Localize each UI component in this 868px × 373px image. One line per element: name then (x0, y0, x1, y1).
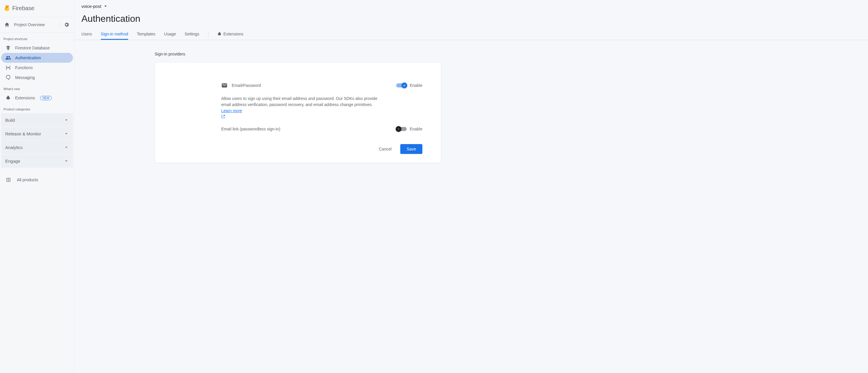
all-products-label: All products (17, 177, 38, 182)
tab-label: Users (82, 32, 92, 36)
extensions-icon (5, 95, 11, 101)
project-overview-label: Project Overview (14, 22, 45, 27)
brand-header[interactable]: Firebase (0, 0, 74, 17)
category-build[interactable]: Build (1, 113, 73, 127)
nav-label: Firestore Database (15, 45, 50, 50)
categories-heading: Product categories (0, 103, 74, 113)
sidebar-item-extensions[interactable]: Extensions NEW (1, 93, 73, 103)
description-text: Allow users to sign up using their email… (221, 96, 377, 107)
open-in-new-icon (221, 114, 378, 118)
firebase-logo-icon (3, 4, 10, 12)
email-icon (221, 82, 227, 89)
nav-label: Extensions (15, 96, 35, 100)
project-overview-row: Project Overview (0, 17, 74, 33)
cancel-button[interactable]: Cancel (375, 144, 395, 154)
tab-label: Sign-in method (101, 32, 128, 36)
provider-title: Email/Password (221, 82, 261, 89)
svg-rect-9 (6, 181, 7, 182)
save-button[interactable]: Save (400, 144, 422, 154)
svg-rect-6 (6, 179, 7, 180)
tab-templates[interactable]: Templates (137, 29, 156, 40)
svg-rect-12 (398, 129, 400, 129)
grid-icon (6, 177, 11, 182)
functions-icon (5, 65, 11, 70)
dropdown-arrow-icon (103, 3, 108, 9)
category-engage[interactable]: Engage (1, 154, 73, 168)
tab-sign-in-method[interactable]: Sign-in method (101, 29, 128, 40)
svg-rect-11 (9, 181, 10, 182)
messaging-icon (5, 75, 11, 80)
card-actions: Cancel Save (221, 144, 422, 154)
tab-users[interactable]: Users (82, 29, 92, 40)
tab-separator (208, 31, 209, 38)
email-link-label: Email link (passwordless sign-in) (221, 127, 280, 131)
main-content: voice-post Authentication Users Sign-in … (74, 0, 868, 373)
tabs: Users Sign-in method Templates Usage Set… (74, 29, 868, 40)
tab-label: Usage (164, 32, 176, 36)
chevron-down-icon (64, 158, 69, 164)
page-title: Authentication (74, 12, 868, 24)
sidebar: Firebase Project Overview Project shortc… (0, 0, 74, 373)
provider-header-row: Email/Password Enable (221, 82, 422, 89)
email-link-row: Email link (passwordless sign-in) Enable (221, 127, 422, 131)
sidebar-item-authentication[interactable]: Authentication (1, 53, 73, 63)
svg-rect-5 (9, 178, 10, 179)
svg-rect-7 (8, 179, 9, 180)
nav-label: Authentication (15, 56, 41, 60)
project-name: voice-post (82, 4, 101, 9)
category-label: Build (5, 117, 15, 123)
toggle-knob (396, 126, 401, 132)
category-release-monitor[interactable]: Release & Monitor (1, 127, 73, 140)
tab-label: Extensions (223, 32, 243, 36)
tab-settings[interactable]: Settings (185, 29, 199, 40)
chevron-down-icon (64, 117, 69, 123)
tab-label: Settings (185, 32, 199, 36)
tab-label: Templates (137, 32, 156, 36)
settings-gear-button[interactable] (62, 20, 71, 29)
toggle-knob (401, 82, 407, 88)
provider-card: Email/Password Enable Allow users to sig… (155, 62, 441, 163)
gear-icon (64, 22, 69, 28)
email-link-toggle[interactable] (396, 127, 407, 131)
svg-rect-3 (6, 178, 7, 179)
email-password-toggle[interactable] (396, 83, 407, 88)
category-label: Analytics (5, 145, 23, 150)
providers-heading: Sign-in providers (155, 52, 861, 56)
content-area: Sign-in providers Email/Password (74, 40, 868, 172)
svg-rect-4 (8, 178, 9, 179)
category-label: Engage (5, 159, 20, 164)
learn-more-text: Learn more (221, 108, 242, 113)
chevron-down-icon (64, 145, 69, 150)
learn-more-link[interactable]: Learn more (221, 108, 378, 118)
new-badge: NEW (40, 96, 52, 100)
firestore-icon (5, 45, 11, 51)
people-icon (5, 55, 11, 61)
nav-label: Functions (15, 65, 33, 70)
divider (60, 22, 60, 28)
sidebar-item-functions[interactable]: Functions (1, 63, 73, 73)
home-icon (4, 22, 10, 28)
tab-extensions[interactable]: Extensions (217, 29, 243, 40)
sidebar-item-messaging[interactable]: Messaging (1, 73, 73, 82)
topbar: voice-post (74, 0, 868, 12)
brand-name: Firebase (12, 5, 34, 12)
sidebar-item-firestore[interactable]: Firestore Database (1, 43, 73, 53)
enable-toggle-group: Enable (396, 83, 422, 88)
whats-new-heading: What's new (0, 82, 74, 93)
category-label: Release & Monitor (5, 131, 41, 136)
svg-point-2 (8, 67, 9, 68)
extensions-icon (217, 32, 222, 36)
enable-label: Enable (410, 127, 422, 131)
category-analytics[interactable]: Analytics (1, 141, 73, 154)
all-products-link[interactable]: All products (0, 174, 74, 186)
project-selector[interactable]: voice-post (82, 3, 108, 9)
project-overview-link[interactable]: Project Overview (4, 22, 57, 28)
svg-rect-8 (9, 179, 10, 180)
tab-usage[interactable]: Usage (164, 29, 176, 40)
provider-name: Email/Password (232, 83, 261, 88)
svg-rect-10 (8, 181, 9, 182)
shortcuts-heading: Project shortcuts (0, 33, 74, 43)
email-link-toggle-group: Enable (396, 127, 422, 131)
provider-description: Allow users to sign up using their email… (221, 96, 378, 118)
enable-label: Enable (410, 83, 422, 88)
